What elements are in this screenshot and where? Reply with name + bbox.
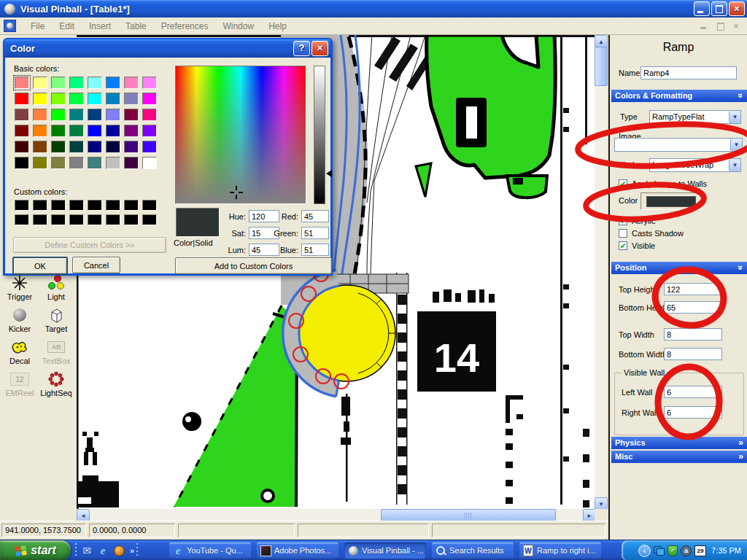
- close-button[interactable]: ×: [729, 1, 745, 16]
- restore-button[interactable]: [711, 1, 727, 16]
- section-header-colors[interactable]: Colors & Formatting »: [611, 90, 747, 102]
- color-swatch[interactable]: [124, 125, 139, 137]
- menu-file[interactable]: File: [23, 19, 52, 34]
- color-swatch[interactable]: [88, 200, 102, 211]
- blue-input[interactable]: [301, 244, 329, 256]
- minimize-button[interactable]: [694, 1, 710, 16]
- security-shield-icon[interactable]: ✓: [667, 545, 678, 556]
- taskbar-window-word[interactable]: W Ramp to right i...: [519, 542, 601, 559]
- dropdown-arrow-icon[interactable]: ▼: [730, 139, 742, 151]
- bottom-height-input[interactable]: [664, 301, 722, 314]
- color-swatch[interactable]: [106, 77, 120, 89]
- antivirus-icon[interactable]: a: [681, 545, 692, 556]
- cancel-button[interactable]: Cancel: [72, 257, 120, 273]
- mdi-restore-button[interactable]: [713, 20, 727, 31]
- hide-icons-chevron[interactable]: ‹: [638, 545, 651, 557]
- tool-kicker[interactable]: Kicker: [1, 302, 38, 334]
- apply-image-checkbox[interactable]: [619, 179, 627, 188]
- dialog-close-button[interactable]: ×: [311, 41, 328, 56]
- color-swatch[interactable]: [142, 200, 157, 211]
- color-swatch[interactable]: [142, 93, 157, 105]
- color-swatch[interactable]: [88, 157, 102, 169]
- vertical-scroll-thumb[interactable]: [595, 47, 608, 86]
- acrylic-checkbox[interactable]: [619, 217, 627, 225]
- color-swatch[interactable]: [15, 200, 29, 211]
- mdi-minimize-button[interactable]: [697, 20, 711, 31]
- color-swatch[interactable]: [69, 200, 84, 211]
- color-swatch[interactable]: [106, 93, 120, 105]
- color-swatch[interactable]: [106, 109, 120, 121]
- color-swatch[interactable]: [15, 109, 29, 121]
- top-height-input[interactable]: [664, 283, 722, 295]
- color-swatch[interactable]: [88, 93, 102, 105]
- color-swatch[interactable]: [15, 157, 29, 169]
- color-swatch[interactable]: [88, 109, 102, 121]
- color-swatch[interactable]: [106, 125, 120, 137]
- color-swatch[interactable]: [124, 200, 139, 211]
- taskbar-window-search[interactable]: Search Results: [432, 542, 514, 559]
- color-swatch[interactable]: [124, 141, 139, 153]
- section-header-misc[interactable]: Misc »: [611, 451, 747, 463]
- right-wall-input[interactable]: [664, 406, 722, 419]
- color-swatch[interactable]: [142, 157, 157, 169]
- color-swatch[interactable]: [69, 125, 84, 137]
- color-swatch[interactable]: [51, 141, 66, 153]
- section-header-physics[interactable]: Physics »: [611, 437, 747, 449]
- tool-decal[interactable]: Decal: [1, 334, 38, 366]
- color-swatch[interactable]: [124, 157, 139, 169]
- network-icon[interactable]: [654, 546, 665, 556]
- dropdown-arrow-icon[interactable]: ▼: [729, 111, 740, 123]
- color-swatch[interactable]: [88, 141, 102, 153]
- color-swatch[interactable]: [142, 125, 157, 137]
- section-header-position[interactable]: Position »: [611, 262, 747, 274]
- horizontal-scrollbar[interactable]: ◄ ►: [77, 509, 595, 521]
- luminance-slider[interactable]: [314, 66, 325, 204]
- color-swatch[interactable]: [33, 109, 47, 121]
- type-dropdown[interactable]: RampTypeFlat ▼: [649, 110, 741, 124]
- color-swatch[interactable]: [69, 77, 84, 89]
- hue-saturation-field[interactable]: [175, 66, 306, 204]
- taskbar-window-visual-pinball[interactable]: Visual Pinball - ...: [344, 542, 426, 559]
- color-swatch[interactable]: [51, 93, 66, 105]
- dropdown-arrow-icon[interactable]: ▼: [729, 159, 740, 171]
- luminance-slider-arrow[interactable]: [326, 170, 332, 177]
- mdi-close-button[interactable]: ×: [729, 20, 743, 31]
- color-swatch[interactable]: [51, 125, 66, 137]
- color-swatch[interactable]: [33, 93, 47, 105]
- menu-table[interactable]: Table: [118, 19, 154, 34]
- vertical-scrollbar[interactable]: ▲ ▼: [595, 35, 606, 509]
- color-swatch[interactable]: [33, 77, 47, 89]
- top-width-input[interactable]: [664, 328, 722, 341]
- casts-shadow-checkbox[interactable]: [619, 229, 627, 238]
- color-swatch[interactable]: [106, 141, 120, 153]
- color-swatch[interactable]: [69, 93, 84, 105]
- color-swatch-button[interactable]: [640, 192, 702, 210]
- color-swatch[interactable]: [15, 141, 29, 153]
- start-button[interactable]: start: [0, 540, 71, 560]
- green-input[interactable]: [301, 227, 329, 239]
- media-player-icon[interactable]: [112, 544, 125, 557]
- color-swatch[interactable]: [51, 200, 66, 211]
- menu-insert[interactable]: Insert: [82, 19, 118, 34]
- color-swatch[interactable]: [15, 77, 29, 89]
- color-swatch[interactable]: [15, 125, 29, 137]
- outlook-express-icon[interactable]: ✉: [80, 544, 93, 557]
- color-swatch[interactable]: [124, 93, 139, 105]
- tray-clock[interactable]: 7:35 PM: [711, 546, 741, 555]
- color-swatch[interactable]: [142, 141, 157, 153]
- bottom-width-input[interactable]: [664, 348, 722, 360]
- menu-preferences[interactable]: Preferences: [154, 19, 216, 34]
- tool-target[interactable]: Target: [38, 302, 74, 334]
- menu-help[interactable]: Help: [261, 19, 294, 34]
- color-swatch[interactable]: [33, 125, 47, 137]
- color-swatch[interactable]: [106, 214, 120, 225]
- color-swatch[interactable]: [33, 200, 47, 211]
- name-input[interactable]: [640, 66, 737, 79]
- add-to-custom-colors-button[interactable]: Add to Custom Colors: [175, 257, 332, 274]
- color-swatch[interactable]: [69, 157, 84, 169]
- calendar-icon[interactable]: 29: [694, 545, 706, 556]
- color-swatch[interactable]: [69, 109, 84, 121]
- left-wall-input[interactable]: [664, 386, 722, 398]
- color-swatch[interactable]: [51, 109, 66, 121]
- color-swatch[interactable]: [142, 77, 157, 89]
